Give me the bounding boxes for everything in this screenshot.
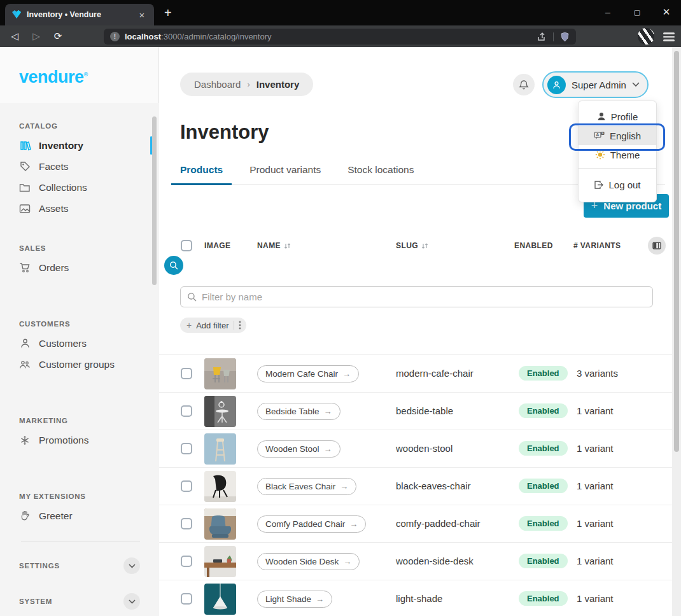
row-checkbox[interactable] xyxy=(181,443,192,454)
breadcrumb-dashboard[interactable]: Dashboard xyxy=(194,79,241,90)
person-icon xyxy=(19,338,31,349)
kebab-menu-icon[interactable] xyxy=(239,321,241,330)
product-name-link[interactable]: Black Eaves Chair→ xyxy=(257,478,356,495)
sidebar-item-customers[interactable]: Customers xyxy=(0,333,159,354)
sidebar-item-label: Collections xyxy=(39,182,87,193)
window-maximize-button[interactable]: ▢ xyxy=(622,0,652,24)
product-name-link[interactable]: Light Shade→ xyxy=(257,591,332,608)
product-name-link[interactable]: Modern Cafe Chair→ xyxy=(257,365,359,382)
sort-icon[interactable] xyxy=(284,242,291,249)
chevron-down-icon[interactable] xyxy=(123,557,140,574)
arrow-right-icon: → xyxy=(324,407,332,416)
tab-stock-locations[interactable]: Stock locations xyxy=(348,164,414,177)
sidebar-group-system[interactable]: SYSTEM xyxy=(0,584,159,616)
variant-count: 3 variants xyxy=(577,368,618,379)
product-name-link[interactable]: Comfy Padded Chair→ xyxy=(257,515,366,533)
status-badge: Enabled xyxy=(519,403,568,418)
sidebar-nav: CATALOG Inventory Facets Collections xyxy=(0,103,159,616)
new-tab-button[interactable]: + xyxy=(164,6,172,19)
sidebar-item-orders[interactable]: Orders xyxy=(0,257,159,278)
section-label-my-extensions: MY EXTENSIONS xyxy=(0,484,159,505)
row-checkbox[interactable] xyxy=(181,556,192,567)
section-label-customers: CUSTOMERS xyxy=(0,311,159,333)
column-header-slug[interactable]: SLUG xyxy=(396,241,428,250)
select-all-checkbox[interactable] xyxy=(181,240,192,251)
column-settings-button[interactable] xyxy=(648,237,666,255)
menu-item-logout[interactable]: Log out xyxy=(579,174,656,195)
filter-input[interactable] xyxy=(202,291,646,302)
menu-item-theme[interactable]: Theme xyxy=(579,145,656,164)
page-title: Inventory xyxy=(180,121,269,144)
product-name-link[interactable]: Wooden Side Desk→ xyxy=(257,553,360,570)
sidebar-item-promotions[interactable]: Promotions xyxy=(0,430,159,451)
notifications-button[interactable] xyxy=(513,74,535,95)
inventory-icon xyxy=(19,140,31,151)
main-content: Dashboard › Inventory Super Admin Invent… xyxy=(159,47,681,616)
product-slug: light-shade xyxy=(396,593,442,604)
arrow-right-icon: → xyxy=(316,594,324,604)
menu-item-profile[interactable]: Profile xyxy=(579,107,656,126)
sidebar-item-assets[interactable]: Assets xyxy=(0,198,159,219)
breadcrumb-current: Inventory xyxy=(256,79,300,90)
menu-item-language[interactable]: A a English xyxy=(579,126,656,145)
sidebar-item-inventory[interactable]: Inventory xyxy=(0,135,159,156)
sidebar-item-facets[interactable]: Facets xyxy=(0,156,159,177)
row-checkbox[interactable] xyxy=(181,368,192,379)
sidebar: vendure® CATALOG Inventory Facets xyxy=(0,47,159,616)
tab-product-variants[interactable]: Product variants xyxy=(249,164,321,177)
row-checkbox[interactable] xyxy=(181,480,192,492)
tab-products[interactable]: Products xyxy=(180,164,223,177)
divider xyxy=(234,321,234,330)
user-name: Super Admin xyxy=(572,80,626,90)
modern-cafe-chair-photo xyxy=(204,358,236,389)
brave-shield-icon[interactable] xyxy=(560,32,570,42)
vendure-logo[interactable]: vendure® xyxy=(0,47,158,87)
window-minimize-button[interactable]: – xyxy=(593,0,622,24)
product-slug: wooden-stool xyxy=(396,443,453,454)
add-filter-button[interactable]: + Add filter xyxy=(180,318,246,333)
product-name-link[interactable]: Bedside Table→ xyxy=(257,403,340,420)
chevron-down-icon[interactable] xyxy=(123,593,140,610)
column-header-name[interactable]: NAME xyxy=(257,241,291,250)
page-scrollbar-thumb[interactable] xyxy=(674,51,679,452)
search-toggle-button[interactable] xyxy=(164,256,183,275)
chevron-down-icon xyxy=(632,82,640,87)
site-info-icon[interactable]: ! xyxy=(110,32,120,41)
browser-menu-icon[interactable] xyxy=(663,31,675,43)
arrow-right-icon: → xyxy=(340,482,348,491)
address-bar[interactable]: ! localhost:3000/admin/catalog/inventory xyxy=(104,29,576,45)
page-scrollbar[interactable] xyxy=(672,47,681,616)
section-label-settings: SETTINGS xyxy=(19,562,60,570)
product-name-link[interactable]: Wooden Stool→ xyxy=(257,440,340,458)
section-label-marketing: MARKETING xyxy=(0,408,159,430)
status-badge: Enabled xyxy=(519,591,568,606)
sidebar-item-collections[interactable]: Collections xyxy=(0,177,159,198)
row-checkbox[interactable] xyxy=(181,405,192,417)
back-button[interactable]: ◁ xyxy=(4,31,25,42)
language-icon: A a xyxy=(594,131,605,141)
wooden-stool-photo xyxy=(204,433,236,465)
browser-profile-avatar[interactable] xyxy=(638,28,654,45)
breadcrumb-separator-icon: › xyxy=(247,80,249,89)
browser-tab[interactable]: Inventory • Vendure × xyxy=(5,4,154,25)
breadcrumb[interactable]: Dashboard › Inventory xyxy=(180,73,313,96)
tab-close-icon[interactable]: × xyxy=(136,10,148,20)
user-menu-button[interactable]: Super Admin xyxy=(542,71,649,98)
tag-icon xyxy=(19,161,31,172)
row-checkbox[interactable] xyxy=(181,518,192,529)
bell-icon xyxy=(519,80,529,90)
arrow-right-icon: → xyxy=(342,369,351,379)
sidebar-divider xyxy=(21,542,140,542)
sidebar-scrollbar[interactable] xyxy=(152,116,157,285)
sort-icon[interactable] xyxy=(421,242,428,249)
window-close-button[interactable]: ✕ xyxy=(652,0,681,24)
url-host: localhost xyxy=(125,32,161,41)
row-checkbox[interactable] xyxy=(181,593,192,605)
share-icon[interactable] xyxy=(537,32,547,42)
reload-button[interactable]: ⟳ xyxy=(47,31,69,42)
sidebar-group-settings[interactable]: SETTINGS xyxy=(0,549,159,583)
status-badge: Enabled xyxy=(519,516,568,531)
sidebar-item-greeter[interactable]: Greeter xyxy=(0,505,159,526)
sidebar-item-customer-groups[interactable]: Customer groups xyxy=(0,354,159,375)
logout-icon xyxy=(594,180,603,190)
